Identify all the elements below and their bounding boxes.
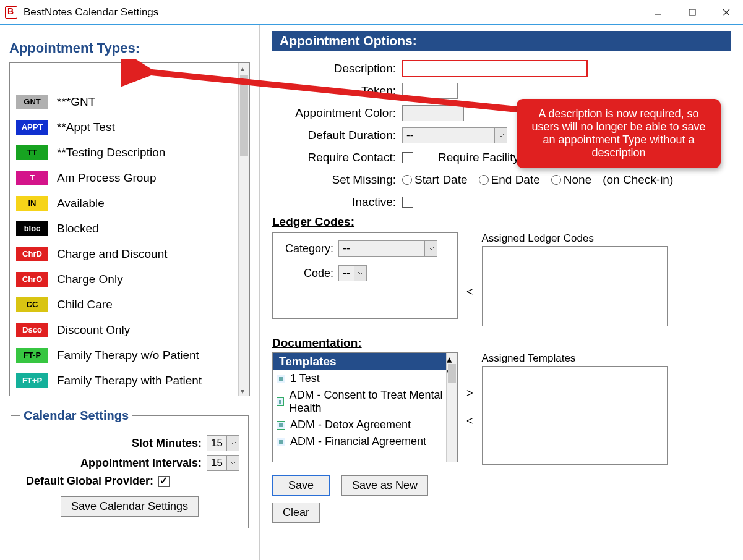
appointment-type-item[interactable]: blocBlocked <box>14 216 246 241</box>
default-provider-checkbox[interactable] <box>158 476 170 487</box>
type-label: Family Therapy w/o Patient <box>57 349 199 362</box>
none-label: None <box>564 173 591 187</box>
start-date-radio[interactable] <box>402 175 412 185</box>
save-calendar-settings-button[interactable]: Save Calendar Settings <box>61 496 199 517</box>
code-label: Code: <box>279 267 333 280</box>
appointment-options-header: Appointment Options: <box>272 31 731 51</box>
template-item[interactable]: ADM - Consent to Treat Mental Health <box>273 387 457 417</box>
duration-select[interactable]: -- <box>402 127 507 143</box>
type-tag: CC <box>16 297 48 312</box>
template-label: ADM - Detox Agreement <box>290 418 411 431</box>
template-label: 1 Test <box>290 372 320 385</box>
category-label: Category: <box>279 242 333 255</box>
types-scrollbar[interactable]: ▴ ▾ <box>238 63 249 396</box>
minimize-button[interactable] <box>641 0 675 25</box>
template-item[interactable]: ADM - Financial Agreement <box>273 433 457 450</box>
template-label: ADM - Consent to Treat Mental Health <box>289 389 453 415</box>
token-input[interactable] <box>402 83 458 99</box>
category-select[interactable]: -- <box>338 240 437 257</box>
appointment-type-item[interactable]: ChrDCharge and Discount <box>14 241 246 266</box>
window-title: BestNotes Calendar Settings <box>24 6 743 19</box>
save-button[interactable]: Save <box>272 475 330 496</box>
appointment-types-heading: Appointment Types: <box>9 40 250 56</box>
appointment-type-item[interactable]: APPT**Appt Test <box>14 114 246 140</box>
maximize-button[interactable] <box>675 0 709 25</box>
appointment-type-item[interactable]: FT+PFamily Therapy with Patient <box>14 368 246 393</box>
slot-minutes-label: Slot Minutes: <box>132 437 202 450</box>
annotation-text: A description is now required, so users … <box>531 108 705 159</box>
start-date-label: Start Date <box>414 173 468 187</box>
type-tag: ChrD <box>16 247 48 261</box>
code-select[interactable]: -- <box>338 265 367 281</box>
remove-template-button[interactable]: < <box>466 415 473 428</box>
calendar-settings-group: Calendar Settings Slot Minutes: 15 Appoi… <box>11 409 249 528</box>
on-checkin-label: (on Check-in) <box>603 173 673 187</box>
type-label: Discount Only <box>57 323 130 337</box>
end-date-radio[interactable] <box>479 175 489 185</box>
require-facility-label: Require Facility: <box>438 151 522 164</box>
scroll-thumb[interactable] <box>448 364 456 383</box>
type-label: Family Therapy with Patient <box>57 374 202 388</box>
color-input[interactable] <box>402 105 464 121</box>
appointment-type-item[interactable]: INAvailable <box>14 190 246 216</box>
appointment-type-item[interactable]: ChrOCharge Only <box>14 266 246 292</box>
require-contact-checkbox[interactable] <box>402 152 413 163</box>
type-label: Charge and Discount <box>57 247 168 261</box>
slot-minutes-select[interactable]: 15 <box>207 435 239 451</box>
type-tag: APPT <box>16 120 48 135</box>
scroll-down-icon[interactable]: ▾ <box>241 387 248 394</box>
type-tag: IN <box>16 196 48 211</box>
appointment-type-item[interactable]: TAm Process Group <box>14 165 246 190</box>
svg-rect-1 <box>689 9 695 15</box>
assigned-templates-label: Assigned Templates <box>482 352 668 365</box>
inactive-checkbox[interactable] <box>402 197 413 208</box>
type-label: ***GNT <box>57 95 95 109</box>
appointment-type-item[interactable]: TT**Testing Description <box>14 140 246 165</box>
type-label: Charge Only <box>57 273 123 286</box>
scroll-thumb[interactable] <box>240 75 248 156</box>
type-tag: FT+P <box>16 373 48 388</box>
template-item[interactable]: 1 Test <box>273 370 457 387</box>
appointment-type-item[interactable]: GNT***GNT <box>14 89 246 114</box>
appointment-type-item[interactable]: DscoDiscount Only <box>14 317 246 342</box>
color-label: Appointment Color: <box>272 106 396 120</box>
appointment-type-item[interactable]: FT-PFamily Therapy w/o Patient <box>14 342 246 368</box>
template-icon <box>277 438 285 446</box>
appointment-type-item[interactable]: CCChild Care <box>14 292 246 317</box>
interval-select[interactable]: 15 <box>207 455 239 471</box>
type-tag: T <box>16 171 48 185</box>
appointment-types-listbox[interactable]: GNT***GNTAPPT**Appt TestTT**Testing Desc… <box>9 62 250 396</box>
chevron-down-icon <box>226 436 239 451</box>
type-label: Blocked <box>57 222 99 235</box>
type-tag: bloc <box>16 221 48 236</box>
type-tag: ChrO <box>16 272 48 287</box>
type-label: Available <box>57 197 105 210</box>
chevron-down-icon <box>494 128 507 143</box>
assigned-templates-listbox[interactable] <box>482 366 668 465</box>
template-item[interactable]: ADM - Detox Agreement <box>273 417 457 433</box>
assigned-ledger-label: Assigned Ledger Codes <box>482 232 668 245</box>
token-label: Token: <box>272 84 396 98</box>
close-button[interactable] <box>709 0 743 25</box>
app-icon <box>5 6 17 19</box>
type-tag: GNT <box>16 95 48 109</box>
chevron-down-icon <box>354 266 366 281</box>
description-input[interactable] <box>402 60 588 77</box>
require-contact-label: Require Contact: <box>272 151 396 164</box>
clear-button[interactable]: Clear <box>272 503 320 523</box>
scroll-up-icon[interactable]: ▴ <box>241 64 248 72</box>
assigned-ledger-listbox[interactable] <box>482 246 668 326</box>
type-tag: TT <box>16 145 48 160</box>
template-icon <box>277 375 285 383</box>
ledger-category-box: Category: -- Code: -- <box>272 232 458 319</box>
templates-listbox[interactable]: Templates 1 TestADM - Consent to Treat M… <box>272 352 458 462</box>
interval-label: Appointment Intervals: <box>80 457 202 470</box>
type-label: **Testing Description <box>57 146 165 159</box>
none-radio[interactable] <box>551 175 561 185</box>
save-as-new-button[interactable]: Save as New <box>341 475 428 496</box>
type-label: Child Care <box>57 298 113 312</box>
end-date-label: End Date <box>491 173 540 187</box>
add-template-button[interactable]: > <box>466 387 473 400</box>
templates-scrollbar[interactable]: ▴ ▾ <box>446 353 457 462</box>
remove-code-button[interactable]: < <box>466 286 473 299</box>
